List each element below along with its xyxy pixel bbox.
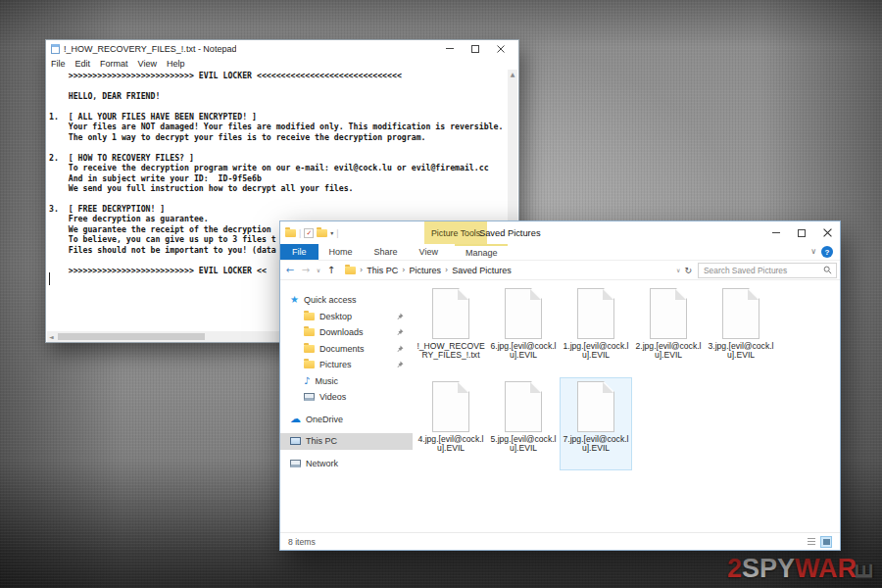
up-icon[interactable]: ↑ [323, 265, 339, 275]
file-item[interactable]: 5.jpg.[evil@cock.lu].EVIL [487, 377, 560, 470]
pictures-folder-icon [304, 361, 315, 368]
breadcrumb-separator-icon: › [402, 266, 405, 274]
sidebar-item-this-pc[interactable]: This PC [280, 433, 413, 450]
sidebar-item-network[interactable]: Network [280, 456, 413, 472]
recent-locations-icon[interactable]: ∨ [314, 267, 323, 273]
file-name: 2.jpg.[evil@cock.lu].EVIL [633, 342, 704, 360]
menu-format[interactable]: Format [100, 59, 128, 69]
picture-tools-tab[interactable]: Picture Tools [424, 221, 487, 244]
menu-edit[interactable]: Edit [75, 59, 91, 69]
scroll-left-icon[interactable]: ◄ [47, 333, 56, 340]
scrollbar-thumb[interactable] [58, 333, 205, 340]
minimize-icon [446, 48, 454, 49]
pin-icon [396, 361, 404, 368]
close-button[interactable] [814, 221, 840, 244]
ribbon-collapse-icon[interactable]: ∨ [810, 247, 816, 256]
search-box [698, 263, 837, 278]
sidebar-item-label: OneDrive [306, 415, 343, 424]
breadcrumb-pictures[interactable]: Pictures [409, 266, 441, 275]
file-item[interactable]: 6.jpg.[evil@cock.lu].EVIL [487, 284, 560, 377]
details-view-icon[interactable] [806, 536, 817, 548]
forward-icon[interactable]: → [298, 265, 314, 275]
file-item[interactable]: 1.jpg.[evil@cock.lu].EVIL [560, 284, 632, 377]
sidebar-item-label: Quick access [304, 295, 357, 305]
tab-home[interactable]: Home [318, 244, 364, 260]
explorer-titlebar[interactable]: | ✓ ▾ | Picture Tools Saved Pictures [280, 221, 840, 244]
close-button[interactable] [488, 41, 514, 56]
notepad-app-icon [51, 44, 60, 54]
quick-access-toolbar: | ✓ ▾ | [280, 228, 339, 238]
view-toggles [806, 536, 832, 548]
sidebar-item-desktop[interactable]: Desktop [280, 309, 413, 325]
file-item[interactable]: 3.jpg.[evil@cock.lu].EVIL [705, 284, 777, 377]
sidebar-item-downloads[interactable]: Downloads [280, 324, 413, 341]
document-icon [432, 288, 469, 339]
minimize-button[interactable] [763, 221, 789, 244]
sidebar-item-videos[interactable]: Videos [280, 389, 413, 406]
back-icon[interactable]: ← [282, 265, 298, 275]
notepad-window-title: !_HOW_RECOVERY_FILES_!.txt - Notepad [64, 44, 236, 54]
file-item-selected[interactable]: 7.jpg.[evil@cock.lu].EVIL [560, 377, 632, 470]
tab-view[interactable]: View [409, 244, 449, 260]
menu-help[interactable]: Help [167, 59, 185, 69]
qat-dropdown-icon[interactable]: ▾ [330, 229, 333, 236]
minimize-button[interactable] [437, 41, 463, 56]
thumbnail-view-icon[interactable] [820, 536, 832, 548]
music-note-icon: ♪ [304, 376, 310, 386]
tab-file[interactable]: File [280, 244, 318, 260]
explorer-main: ★ Quick access Desktop Downloads Documen… [280, 280, 840, 532]
breadcrumb[interactable]: › This PC › Pictures › Saved Pictures [345, 263, 676, 278]
address-dropdown-icon[interactable]: ∨ [676, 267, 680, 273]
document-icon [577, 381, 614, 432]
menu-view[interactable]: View [138, 59, 157, 69]
sidebar-item-label: Pictures [319, 360, 352, 369]
item-count: 8 items [288, 537, 316, 547]
scroll-up-icon[interactable]: ▲ [508, 70, 517, 79]
breadcrumb-this-pc[interactable]: This PC [367, 266, 398, 275]
search-input[interactable] [699, 266, 819, 275]
properties-icon[interactable]: ✓ [304, 228, 314, 238]
sidebar-item-label: Network [306, 459, 338, 468]
breadcrumb-saved-pictures[interactable]: Saved Pictures [452, 266, 512, 275]
sidebar-item-label: This PC [306, 436, 337, 446]
watermark-segment: WAR [795, 554, 857, 583]
file-explorer-window: | ✓ ▾ | Picture Tools Saved Pictures Fil… [279, 220, 841, 551]
breadcrumb-separator-icon: › [360, 266, 363, 274]
maximize-button[interactable] [463, 41, 488, 56]
this-pc-monitor-icon [290, 437, 301, 445]
sidebar-item-label: Desktop [319, 312, 352, 321]
folder-icon[interactable] [285, 229, 296, 237]
document-icon [505, 288, 542, 339]
watermark-segment: SPY [742, 554, 795, 583]
sidebar-item-pictures[interactable]: Pictures [280, 357, 413, 373]
search-icon[interactable] [823, 266, 832, 274]
refresh-icon[interactable]: ↻ [684, 266, 692, 275]
sidebar-item-documents[interactable]: Documents [280, 341, 413, 358]
maximize-button[interactable] [789, 221, 814, 244]
ribbon-tabs: File Home Share View Manage ∨ ? [280, 244, 840, 261]
file-list: !_HOW_RECOVERY_FILES_!.txt 6.jpg.[evil@c… [413, 280, 840, 532]
tab-share[interactable]: Share [364, 244, 409, 260]
tab-manage[interactable]: Manage [455, 244, 509, 260]
new-folder-icon[interactable] [317, 229, 327, 237]
menu-file[interactable]: File [51, 59, 66, 69]
file-item[interactable]: 2.jpg.[evil@cock.lu].EVIL [632, 284, 705, 377]
maximize-icon [471, 45, 479, 53]
help-icon[interactable]: ? [821, 246, 833, 258]
file-name: !_HOW_RECOVERY_FILES_!.txt [416, 342, 486, 360]
toolbar-separator: | [299, 228, 301, 238]
document-icon [722, 288, 760, 339]
list-lines-glyph [808, 538, 815, 545]
watermark-rotated-e: E [851, 564, 879, 580]
file-item[interactable]: !_HOW_RECOVERY_FILES_!.txt [415, 284, 487, 377]
sidebar-item-quick-access[interactable]: ★ Quick access [280, 292, 413, 309]
file-item[interactable]: 4.jpg.[evil@cock.lu].EVIL [415, 377, 487, 470]
sidebar-item-label: Videos [319, 392, 346, 402]
sidebar-item-onedrive[interactable]: ☁ OneDrive [280, 412, 413, 428]
notepad-menubar: File Edit Format View Help [46, 57, 518, 70]
desktop-background: !_HOW_RECOVERY_FILES_!.txt - Notepad Fil… [0, 0, 882, 588]
text-caret [49, 272, 50, 285]
sidebar-item-music[interactable]: ♪ Music [280, 373, 413, 390]
notepad-titlebar[interactable]: !_HOW_RECOVERY_FILES_!.txt - Notepad [46, 40, 518, 57]
minimize-icon [772, 232, 780, 233]
